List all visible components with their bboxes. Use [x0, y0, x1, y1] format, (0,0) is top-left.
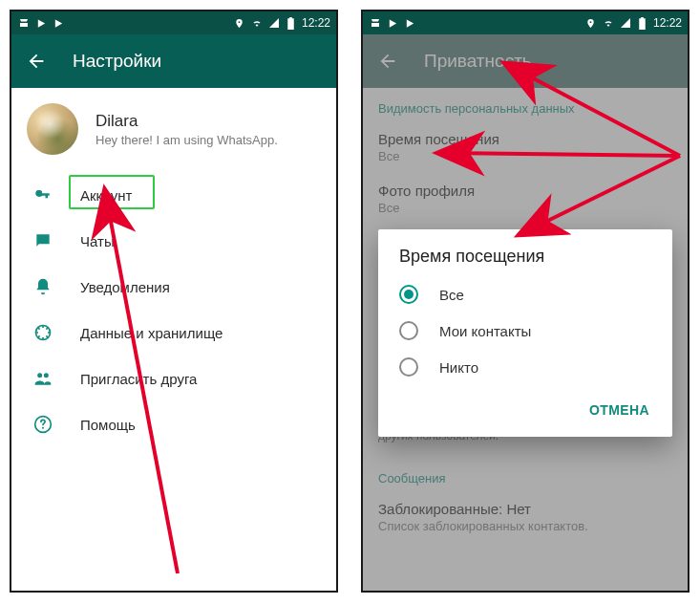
radio-label: Мои контакты: [439, 323, 531, 339]
svg-point-5: [42, 427, 44, 429]
location-icon: [584, 16, 598, 30]
location-icon: [233, 16, 246, 30]
help-icon: [32, 414, 53, 435]
bell-icon: [32, 276, 53, 297]
shop-icon: [369, 16, 382, 30]
radio-icon: [399, 321, 418, 340]
radio-label: Никто: [439, 359, 478, 376]
settings-list: Аккаунт Чаты Уведомления Данные и хранил…: [11, 172, 336, 447]
status-time: 12:22: [302, 16, 330, 30]
battery-icon: [285, 16, 298, 30]
settings-item-invite[interactable]: Пригласить друга: [11, 356, 336, 401]
settings-item-label: Чаты: [80, 233, 115, 249]
play-icon: [386, 16, 399, 30]
settings-item-label: Помощь: [80, 417, 136, 433]
settings-item-notifications[interactable]: Уведомления: [11, 264, 336, 310]
header: Настройки: [11, 34, 336, 88]
back-button[interactable]: [25, 50, 48, 73]
dialog-last-seen: Время посещения Все Мои контакты Никто О…: [378, 229, 672, 437]
battery-icon: [636, 16, 649, 30]
settings-item-chats[interactable]: Чаты: [11, 218, 336, 264]
phone-settings: 12:22 Настройки Dilara Hey there! I am u…: [10, 10, 338, 593]
signal-icon: [619, 16, 632, 30]
chat-icon: [32, 230, 53, 251]
settings-item-label: Данные и хранилище: [80, 325, 223, 341]
settings-item-label: Пригласить друга: [80, 371, 197, 387]
status-bar: 12:22: [363, 11, 688, 34]
radio-icon: [399, 285, 418, 304]
profile-row[interactable]: Dilara Hey there! I am using WhatsApp.: [11, 88, 336, 172]
status-bar: 12:22: [11, 11, 336, 34]
data-icon: [32, 322, 53, 343]
privacy-body: Приватность Видимость персональных данны…: [363, 34, 688, 591]
settings-item-label: Уведомления: [80, 279, 170, 295]
phone-privacy: 12:22 Приватность Видимость персональных…: [361, 10, 689, 593]
wifi-icon: [602, 16, 615, 30]
play-icon: [403, 16, 416, 30]
signal-icon: [267, 16, 281, 30]
svg-point-2: [37, 373, 42, 378]
settings-item-help[interactable]: Помощь: [11, 401, 336, 447]
radio-label: Все: [439, 287, 464, 303]
dialog-title: Время посещения: [378, 247, 672, 276]
play-icon: [34, 16, 48, 30]
dialog-cancel-button[interactable]: ОТМЕНА: [580, 395, 659, 425]
status-time: 12:22: [653, 16, 682, 30]
settings-item-account[interactable]: Аккаунт: [11, 172, 336, 218]
people-icon: [32, 368, 53, 389]
header-title: Настройки: [73, 51, 161, 72]
shop-icon: [17, 16, 31, 30]
profile-status: Hey there! I am using WhatsApp.: [95, 133, 278, 147]
radio-option-everyone[interactable]: Все: [378, 276, 672, 313]
wifi-icon: [250, 16, 264, 30]
key-icon: [32, 184, 53, 205]
avatar: [27, 103, 78, 155]
radio-icon: [399, 357, 418, 377]
svg-point-3: [44, 373, 49, 378]
radio-option-contacts[interactable]: Мои контакты: [378, 313, 672, 349]
profile-name: Dilara: [95, 112, 278, 131]
radio-option-nobody[interactable]: Никто: [378, 349, 672, 385]
play-icon: [52, 16, 65, 30]
settings-item-data[interactable]: Данные и хранилище: [11, 310, 336, 356]
settings-item-label: Аккаунт: [80, 187, 132, 204]
